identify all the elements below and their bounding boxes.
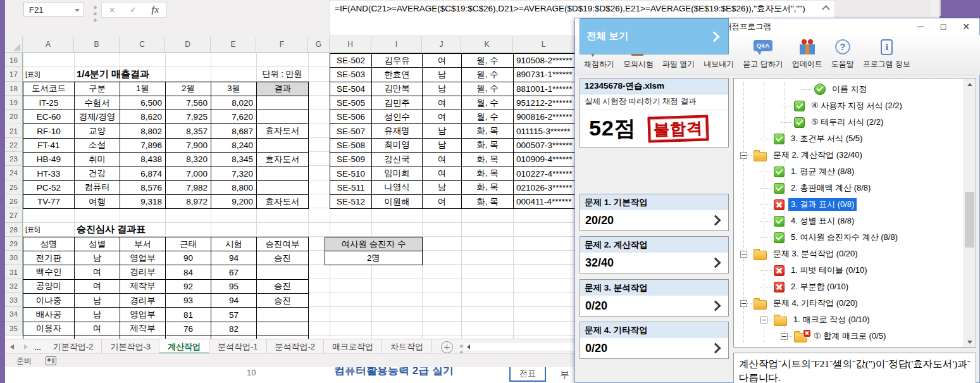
cell[interactable]: 남: [423, 82, 462, 96]
cell[interactable]: 7,900: [166, 139, 211, 153]
cell[interactable]: HT-33: [23, 166, 75, 180]
cell[interactable]: SE-503: [330, 68, 372, 82]
cell[interactable]: 7,620: [211, 110, 257, 124]
cell[interactable]: 여: [423, 195, 462, 209]
scroll-up-icon[interactable]: [964, 79, 975, 90]
cell[interactable]: 컴퓨터: [75, 181, 120, 195]
cell[interactable]: 000507-3******: [514, 139, 575, 153]
collapse-formula-bar-icon[interactable]: [822, 5, 830, 13]
tree-item-label[interactable]: 문제 4. 기타작업 (0/20): [771, 297, 860, 310]
cell[interactable]: 9,200: [211, 195, 257, 209]
cell[interactable]: 남: [423, 181, 462, 195]
tab-scroll-right-icon[interactable]: [19, 339, 33, 354]
row-header-33[interactable]: 33: [5, 293, 23, 307]
cell[interactable]: 7,320: [211, 166, 257, 180]
tree-item-label[interactable]: 3. 결과 표시 (0/8): [788, 198, 857, 211]
cell[interactable]: 010227-4******: [514, 166, 575, 180]
cell[interactable]: 8,576: [120, 181, 166, 195]
cell[interactable]: 김민주: [372, 96, 423, 110]
cell[interactable]: 94: [211, 251, 257, 265]
cell[interactable]: 구분: [75, 82, 120, 96]
cell[interactable]: EC-60: [23, 110, 75, 124]
tree-item[interactable]: 2. 총판매액 계산 (8/8): [734, 180, 964, 196]
select-all-corner[interactable]: [5, 37, 23, 53]
column-header-D[interactable]: D: [165, 37, 211, 53]
column-header-K[interactable]: K: [461, 37, 513, 53]
cell[interactable]: 93: [166, 294, 211, 308]
maximize-icon[interactable]: □: [933, 18, 954, 35]
sheet-tab-분석작업-1[interactable]: 분석작업-1: [209, 339, 267, 354]
cell[interactable]: 소설: [75, 139, 120, 153]
cell[interactable]: 82: [211, 322, 257, 336]
cell[interactable]: 김만복: [372, 82, 423, 96]
expander-minus-icon[interactable]: [760, 317, 767, 323]
background-window-strip[interactable]: 10 컴퓨터활용능력 2급 실기 전표 부분합: [5, 367, 574, 383]
cell[interactable]: 남: [75, 308, 120, 322]
cell[interactable]: 여: [423, 153, 462, 166]
cell[interactable]: [257, 181, 309, 195]
hscroll-left-icon[interactable]: [467, 344, 470, 349]
tree-item[interactable]: 2. 부분합 (0/10): [734, 279, 964, 295]
tree-item[interactable]: 1. 평균 계산 (8/8): [734, 163, 964, 180]
cell[interactable]: HB-49: [23, 153, 75, 166]
row-header-32[interactable]: 32: [5, 279, 23, 293]
cell[interactable]: 건강: [75, 166, 120, 180]
insert-function-icon[interactable]: fx: [152, 5, 159, 15]
cell[interactable]: 강신국: [372, 153, 423, 166]
sheet-tab-계산작업[interactable]: 계산작업: [159, 339, 209, 354]
column-header-B[interactable]: B: [74, 37, 120, 53]
sheet-tab-기본작업-2[interactable]: 기본작업-2: [45, 339, 102, 354]
expander-minus-icon[interactable]: [740, 300, 747, 307]
cell[interactable]: 효자도서: [257, 195, 309, 209]
close-icon[interactable]: ✕: [955, 18, 977, 35]
sheet-tab-기본작업-3[interactable]: 기본작업-3: [102, 339, 159, 354]
cell[interactable]: 승진: [257, 280, 309, 294]
cell[interactable]: 이나중: [23, 294, 75, 308]
cell[interactable]: 경리부: [120, 294, 166, 308]
cell[interactable]: 성인수: [372, 110, 423, 124]
question-card-2[interactable]: 문제 2. 계산작업32/40: [580, 236, 729, 273]
tree-item[interactable]: 1. 매크로 작성 (0/10): [734, 311, 964, 328]
cell[interactable]: 6,874: [120, 166, 166, 180]
cell[interactable]: 화, 목: [462, 153, 514, 166]
column-header-C[interactable]: C: [120, 37, 165, 53]
tree-item-label[interactable]: ⑤ 테두리 서식 (2/2): [809, 116, 886, 129]
cell[interactable]: 8,345: [211, 153, 257, 166]
cell[interactable]: 여: [423, 110, 462, 124]
tree-item-label[interactable]: 3. 조건부 서식 (5/5): [788, 132, 865, 145]
cell[interactable]: 011115-3******: [514, 124, 575, 138]
name-box[interactable]: F21: [23, 2, 84, 16]
cell[interactable]: FT-41: [23, 139, 75, 153]
column-header-F[interactable]: F: [256, 37, 308, 53]
cell[interactable]: 57: [211, 308, 257, 322]
cell[interactable]: 67: [211, 265, 257, 279]
column-header-E[interactable]: E: [211, 37, 256, 53]
tree-item[interactable]: ① 합계 매크로 (0/5): [734, 328, 964, 344]
cell[interactable]: 95: [211, 280, 257, 294]
cell[interactable]: 월, 수: [462, 110, 514, 124]
row-header-30[interactable]: 30: [5, 251, 23, 265]
row-header-22[interactable]: 22: [5, 138, 23, 152]
cell[interactable]: 여: [423, 54, 462, 68]
tree-item[interactable]: 4. 성별 표시 (8/8): [734, 213, 964, 229]
row-header-21[interactable]: 21: [5, 124, 23, 138]
cell[interactable]: 백수인: [23, 265, 75, 279]
cell[interactable]: 8,620: [120, 110, 166, 124]
column-header-A[interactable]: A: [23, 37, 74, 53]
cell[interactable]: 2월: [166, 82, 211, 96]
cell[interactable]: 7,000: [166, 166, 211, 180]
tree-item[interactable]: 문제 4. 기타작업 (0/20): [734, 295, 964, 311]
cell[interactable]: 여: [423, 96, 462, 110]
cell[interactable]: 7,896: [120, 139, 166, 153]
expander-minus-icon[interactable]: [740, 152, 747, 159]
cell[interactable]: SE-509: [330, 153, 372, 166]
cell[interactable]: 남: [423, 139, 462, 153]
cell[interactable]: 월, 수: [462, 82, 514, 96]
cell[interactable]: 화, 목: [462, 195, 514, 209]
row-header-25[interactable]: 25: [5, 180, 23, 194]
cell[interactable]: 92: [166, 280, 211, 294]
cell[interactable]: SE-506: [330, 110, 372, 124]
tab-scroll-left-icon[interactable]: [5, 339, 19, 354]
sheet-tab-매크로작업[interactable]: 매크로작업: [324, 339, 382, 354]
cell[interactable]: 951212-2******: [514, 96, 575, 110]
